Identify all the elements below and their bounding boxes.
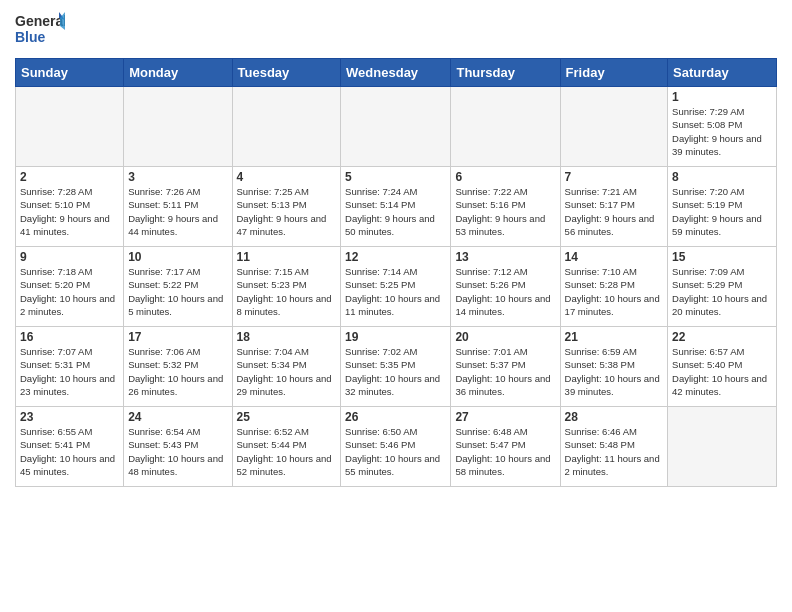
day-number: 24 — [128, 410, 227, 424]
calendar-table: SundayMondayTuesdayWednesdayThursdayFrid… — [15, 58, 777, 487]
calendar-cell: 28Sunrise: 6:46 AM Sunset: 5:48 PM Dayli… — [560, 407, 667, 487]
day-number: 1 — [672, 90, 772, 104]
day-number: 23 — [20, 410, 119, 424]
day-number: 21 — [565, 330, 663, 344]
day-info: Sunrise: 7:15 AM Sunset: 5:23 PM Dayligh… — [237, 265, 337, 318]
day-number: 11 — [237, 250, 337, 264]
calendar-cell: 15Sunrise: 7:09 AM Sunset: 5:29 PM Dayli… — [668, 247, 777, 327]
calendar-cell: 13Sunrise: 7:12 AM Sunset: 5:26 PM Dayli… — [451, 247, 560, 327]
calendar-cell: 26Sunrise: 6:50 AM Sunset: 5:46 PM Dayli… — [341, 407, 451, 487]
day-info: Sunrise: 7:04 AM Sunset: 5:34 PM Dayligh… — [237, 345, 337, 398]
calendar-cell: 12Sunrise: 7:14 AM Sunset: 5:25 PM Dayli… — [341, 247, 451, 327]
calendar-cell: 19Sunrise: 7:02 AM Sunset: 5:35 PM Dayli… — [341, 327, 451, 407]
day-number: 22 — [672, 330, 772, 344]
calendar-header-wednesday: Wednesday — [341, 59, 451, 87]
logo-container: General Blue — [15, 10, 65, 50]
calendar-cell: 3Sunrise: 7:26 AM Sunset: 5:11 PM Daylig… — [124, 167, 232, 247]
calendar-week-3: 9Sunrise: 7:18 AM Sunset: 5:20 PM Daylig… — [16, 247, 777, 327]
calendar-cell: 2Sunrise: 7:28 AM Sunset: 5:10 PM Daylig… — [16, 167, 124, 247]
day-info: Sunrise: 7:18 AM Sunset: 5:20 PM Dayligh… — [20, 265, 119, 318]
day-number: 4 — [237, 170, 337, 184]
calendar-header-saturday: Saturday — [668, 59, 777, 87]
calendar-cell: 6Sunrise: 7:22 AM Sunset: 5:16 PM Daylig… — [451, 167, 560, 247]
day-number: 18 — [237, 330, 337, 344]
day-info: Sunrise: 7:12 AM Sunset: 5:26 PM Dayligh… — [455, 265, 555, 318]
calendar-cell — [668, 407, 777, 487]
calendar-cell — [451, 87, 560, 167]
day-info: Sunrise: 7:17 AM Sunset: 5:22 PM Dayligh… — [128, 265, 227, 318]
day-number: 20 — [455, 330, 555, 344]
day-number: 17 — [128, 330, 227, 344]
calendar-cell: 14Sunrise: 7:10 AM Sunset: 5:28 PM Dayli… — [560, 247, 667, 327]
day-number: 6 — [455, 170, 555, 184]
calendar-cell: 22Sunrise: 6:57 AM Sunset: 5:40 PM Dayli… — [668, 327, 777, 407]
calendar-week-5: 23Sunrise: 6:55 AM Sunset: 5:41 PM Dayli… — [16, 407, 777, 487]
day-info: Sunrise: 6:55 AM Sunset: 5:41 PM Dayligh… — [20, 425, 119, 478]
day-info: Sunrise: 7:24 AM Sunset: 5:14 PM Dayligh… — [345, 185, 446, 238]
day-number: 3 — [128, 170, 227, 184]
day-number: 8 — [672, 170, 772, 184]
calendar-cell: 24Sunrise: 6:54 AM Sunset: 5:43 PM Dayli… — [124, 407, 232, 487]
calendar-week-4: 16Sunrise: 7:07 AM Sunset: 5:31 PM Dayli… — [16, 327, 777, 407]
calendar-cell — [341, 87, 451, 167]
page-header: General Blue — [15, 10, 777, 50]
day-number: 13 — [455, 250, 555, 264]
day-number: 16 — [20, 330, 119, 344]
calendar-cell: 21Sunrise: 6:59 AM Sunset: 5:38 PM Dayli… — [560, 327, 667, 407]
day-number: 19 — [345, 330, 446, 344]
day-number: 27 — [455, 410, 555, 424]
day-number: 7 — [565, 170, 663, 184]
day-info: Sunrise: 7:25 AM Sunset: 5:13 PM Dayligh… — [237, 185, 337, 238]
day-info: Sunrise: 7:07 AM Sunset: 5:31 PM Dayligh… — [20, 345, 119, 398]
day-number: 26 — [345, 410, 446, 424]
day-info: Sunrise: 6:48 AM Sunset: 5:47 PM Dayligh… — [455, 425, 555, 478]
calendar-cell: 8Sunrise: 7:20 AM Sunset: 5:19 PM Daylig… — [668, 167, 777, 247]
day-info: Sunrise: 7:21 AM Sunset: 5:17 PM Dayligh… — [565, 185, 663, 238]
day-info: Sunrise: 6:54 AM Sunset: 5:43 PM Dayligh… — [128, 425, 227, 478]
calendar-cell: 4Sunrise: 7:25 AM Sunset: 5:13 PM Daylig… — [232, 167, 341, 247]
calendar-cell: 10Sunrise: 7:17 AM Sunset: 5:22 PM Dayli… — [124, 247, 232, 327]
day-number: 2 — [20, 170, 119, 184]
calendar-cell: 1Sunrise: 7:29 AM Sunset: 5:08 PM Daylig… — [668, 87, 777, 167]
day-info: Sunrise: 7:26 AM Sunset: 5:11 PM Dayligh… — [128, 185, 227, 238]
calendar-header-thursday: Thursday — [451, 59, 560, 87]
day-info: Sunrise: 7:22 AM Sunset: 5:16 PM Dayligh… — [455, 185, 555, 238]
calendar-cell: 27Sunrise: 6:48 AM Sunset: 5:47 PM Dayli… — [451, 407, 560, 487]
svg-text:General: General — [15, 13, 65, 29]
calendar-cell — [560, 87, 667, 167]
day-info: Sunrise: 7:14 AM Sunset: 5:25 PM Dayligh… — [345, 265, 446, 318]
calendar-cell — [124, 87, 232, 167]
day-info: Sunrise: 6:46 AM Sunset: 5:48 PM Dayligh… — [565, 425, 663, 478]
calendar-header-tuesday: Tuesday — [232, 59, 341, 87]
logo: General Blue — [15, 10, 65, 50]
day-info: Sunrise: 7:28 AM Sunset: 5:10 PM Dayligh… — [20, 185, 119, 238]
day-number: 9 — [20, 250, 119, 264]
calendar-cell — [232, 87, 341, 167]
day-info: Sunrise: 6:59 AM Sunset: 5:38 PM Dayligh… — [565, 345, 663, 398]
day-info: Sunrise: 6:52 AM Sunset: 5:44 PM Dayligh… — [237, 425, 337, 478]
day-info: Sunrise: 7:02 AM Sunset: 5:35 PM Dayligh… — [345, 345, 446, 398]
day-info: Sunrise: 7:06 AM Sunset: 5:32 PM Dayligh… — [128, 345, 227, 398]
day-info: Sunrise: 7:01 AM Sunset: 5:37 PM Dayligh… — [455, 345, 555, 398]
day-number: 10 — [128, 250, 227, 264]
day-info: Sunrise: 6:57 AM Sunset: 5:40 PM Dayligh… — [672, 345, 772, 398]
day-info: Sunrise: 7:29 AM Sunset: 5:08 PM Dayligh… — [672, 105, 772, 158]
calendar-header-row: SundayMondayTuesdayWednesdayThursdayFrid… — [16, 59, 777, 87]
day-info: Sunrise: 7:09 AM Sunset: 5:29 PM Dayligh… — [672, 265, 772, 318]
day-info: Sunrise: 6:50 AM Sunset: 5:46 PM Dayligh… — [345, 425, 446, 478]
calendar-cell: 18Sunrise: 7:04 AM Sunset: 5:34 PM Dayli… — [232, 327, 341, 407]
day-number: 12 — [345, 250, 446, 264]
day-number: 28 — [565, 410, 663, 424]
calendar-header-sunday: Sunday — [16, 59, 124, 87]
calendar-cell — [16, 87, 124, 167]
calendar-week-2: 2Sunrise: 7:28 AM Sunset: 5:10 PM Daylig… — [16, 167, 777, 247]
day-number: 14 — [565, 250, 663, 264]
logo-icon: General Blue — [15, 10, 65, 50]
day-number: 15 — [672, 250, 772, 264]
calendar-cell: 23Sunrise: 6:55 AM Sunset: 5:41 PM Dayli… — [16, 407, 124, 487]
day-number: 25 — [237, 410, 337, 424]
calendar-cell: 25Sunrise: 6:52 AM Sunset: 5:44 PM Dayli… — [232, 407, 341, 487]
calendar-header-friday: Friday — [560, 59, 667, 87]
calendar-cell: 9Sunrise: 7:18 AM Sunset: 5:20 PM Daylig… — [16, 247, 124, 327]
day-info: Sunrise: 7:20 AM Sunset: 5:19 PM Dayligh… — [672, 185, 772, 238]
